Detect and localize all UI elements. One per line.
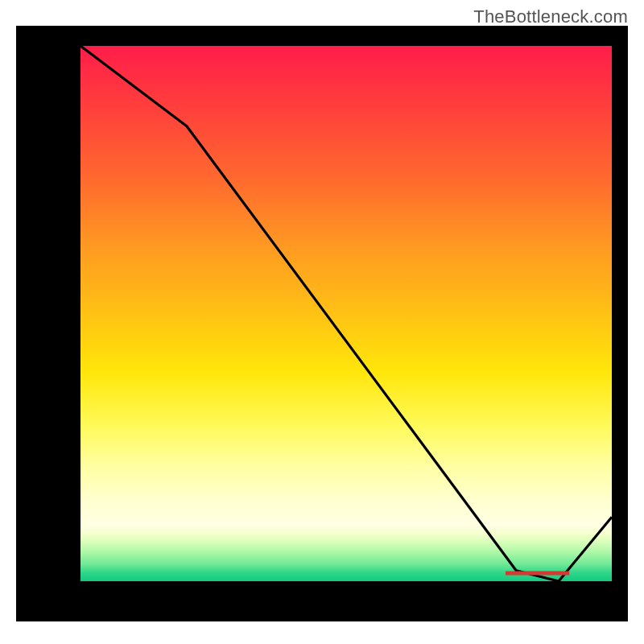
chart-panel (80, 46, 612, 581)
watermark-text: TheBottleneck.com (473, 6, 628, 27)
chart-svg (80, 46, 612, 581)
chart-frame (16, 26, 628, 621)
bottleneck-curve (80, 46, 612, 581)
